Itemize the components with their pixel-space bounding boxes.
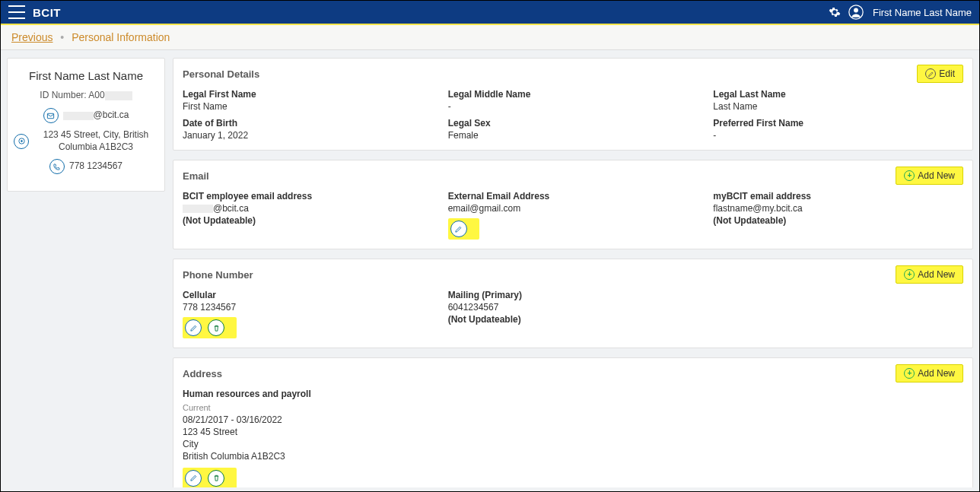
current-region: British Columbia A1B2C3 [183,450,963,462]
current-tag: Current [183,402,963,414]
profile-phone: 778 1234567 [69,160,123,173]
svg-point-1 [854,8,858,13]
breadcrumb-separator: • [60,31,64,43]
add-phone-button[interactable]: + Add New [896,265,963,284]
hr-payroll-label: Human resources and payroll [183,389,963,399]
edit-personal-button[interactable]: Edit [917,65,963,83]
edit-cell-button[interactable] [185,319,202,336]
bcit-email-masked [183,205,213,213]
mailing-note: (Not Updateable) [448,314,698,325]
mybcit-email-note: (Not Updateable) [713,215,963,226]
panel-phone: Phone Number + Add New Cellular 778 1234… [173,259,973,348]
profile-id-masked [105,91,132,100]
mailing-label: Mailing (Primary) [448,290,698,300]
plus-icon: + [904,368,915,379]
delete-current-address-button[interactable] [208,470,224,487]
settings-icon[interactable] [824,6,845,18]
brand-text: BCIT [33,6,61,19]
external-email-value: email@gmail.com [448,203,698,214]
svg-point-4 [21,141,22,142]
phone-icon [49,159,65,174]
panel-personal-details: Personal Details Edit Legal First Name F… [173,58,973,151]
personal-title: Personal Details [183,68,259,80]
legal-first-value: First Name [183,101,433,112]
cell-value: 778 1234567 [183,302,433,313]
mybcit-email-value: flastname@my.bcit.ca [713,203,963,214]
profile-id-label: ID Number: A00 [40,90,104,100]
bcit-email-note: (Not Updateable) [183,215,433,226]
add-address-button[interactable]: + Add New [896,364,963,382]
edit-external-email-button[interactable] [450,221,467,237]
sex-label: Legal Sex [448,118,698,129]
dob-value: January 1, 2022 [183,130,433,141]
profile-email-masked [63,112,94,120]
menu-icon[interactable] [8,5,25,19]
breadcrumb: Previous • Personal Information [1,25,979,50]
cell-label: Cellular [183,290,433,300]
top-navbar: BCIT First Name Last Name [1,1,979,25]
plus-icon: + [904,269,915,280]
bcit-email-label: BCIT employee email address [183,191,433,202]
email-title: Email [183,170,209,182]
panel-address: Address + Add New Human resources and pa… [173,357,973,487]
legal-last-label: Legal Last Name [713,89,963,100]
preferred-value: - [713,130,963,141]
current-city: City [183,438,963,450]
legal-middle-label: Legal Middle Name [448,89,698,100]
delete-cell-button[interactable] [208,319,224,336]
current-dates: 08/21/2017 - 03/16/2022 [183,414,963,426]
profile-name: First Name Last Name [14,69,158,82]
topbar-username[interactable]: First Name Last Name [873,7,972,18]
mail-icon [43,108,59,123]
phone-title: Phone Number [183,269,253,281]
mailing-value: 6041234567 [448,302,698,313]
bcit-email-suffix: @bcit.ca [213,203,249,214]
mybcit-email-label: myBCIT email address [713,191,963,202]
edit-current-address-button[interactable] [185,470,202,487]
profile-card: First Name Last Name ID Number: A00 @bci… [7,58,165,192]
breadcrumb-current: Personal Information [72,31,170,43]
legal-last-value: Last Name [713,101,963,112]
profile-email-suffix: @bcit.ca [94,110,129,120]
preferred-label: Preferred First Name [713,118,963,129]
legal-first-label: Legal First Name [183,89,433,100]
breadcrumb-previous[interactable]: Previous [11,31,52,43]
profile-address: 123 45 Street, City, British Columbia A1… [33,129,158,153]
dob-label: Date of Birth [183,118,433,129]
location-icon [14,134,29,149]
address-title: Address [183,368,222,379]
plus-icon: + [904,170,915,181]
sex-value: Female [448,130,698,141]
panel-email: Email + Add New BCIT employee email addr… [173,160,973,249]
user-avatar-icon[interactable] [845,5,867,20]
external-email-label: External Email Address [448,191,698,202]
legal-middle-value: - [448,101,698,112]
current-street: 123 45 Street [183,426,963,438]
add-email-button[interactable]: + Add New [896,167,963,185]
pencil-icon [925,68,936,79]
